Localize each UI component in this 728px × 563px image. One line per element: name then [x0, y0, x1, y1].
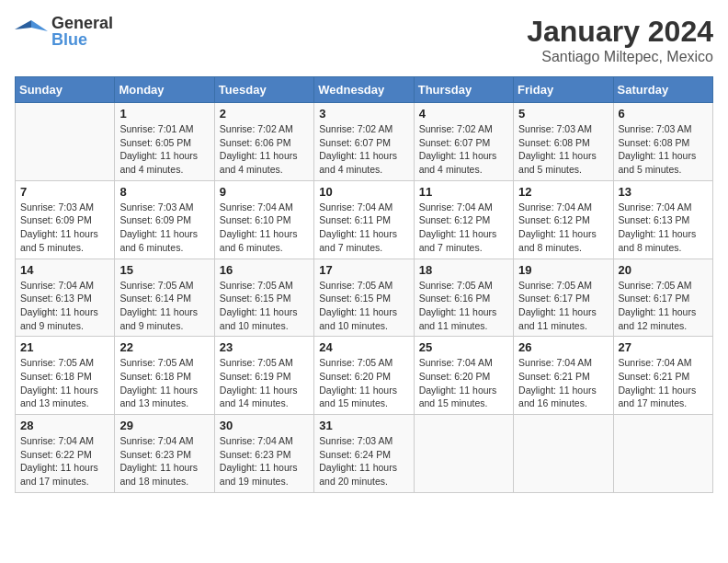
day-number: 5 — [518, 107, 608, 121]
day-number: 9 — [220, 185, 309, 199]
day-info: Sunrise: 7:05 AMSunset: 6:16 PMDaylight:… — [419, 280, 497, 331]
day-info: Sunrise: 7:05 AMSunset: 6:18 PMDaylight:… — [20, 357, 98, 408]
calendar-cell: 9 Sunrise: 7:04 AMSunset: 6:10 PMDayligh… — [214, 180, 313, 259]
calendar-cell: 21 Sunrise: 7:05 AMSunset: 6:18 PMDaylig… — [16, 337, 115, 415]
day-info: Sunrise: 7:05 AMSunset: 6:14 PMDaylight:… — [119, 280, 198, 331]
day-info: Sunrise: 7:05 AMSunset: 6:15 PMDaylight:… — [319, 280, 397, 331]
calendar-cell: 28 Sunrise: 7:04 AMSunset: 6:22 PMDaylig… — [16, 415, 115, 493]
calendar-cell: 14 Sunrise: 7:04 AMSunset: 6:13 PMDaylig… — [16, 259, 115, 337]
day-number: 23 — [220, 340, 309, 354]
day-number: 21 — [20, 340, 109, 354]
calendar-cell: 22 Sunrise: 7:05 AMSunset: 6:18 PMDaylig… — [115, 337, 214, 415]
day-info: Sunrise: 7:05 AMSunset: 6:15 PMDaylight:… — [220, 280, 298, 331]
day-info: Sunrise: 7:04 AMSunset: 6:10 PMDaylight:… — [220, 201, 298, 253]
day-info: Sunrise: 7:02 AMSunset: 6:07 PMDaylight:… — [319, 123, 397, 175]
day-info: Sunrise: 7:04 AMSunset: 6:11 PMDaylight:… — [319, 201, 397, 253]
day-number: 10 — [319, 185, 408, 199]
day-info: Sunrise: 7:03 AMSunset: 6:24 PMDaylight:… — [319, 435, 397, 487]
day-of-week-header: Saturday — [613, 77, 712, 103]
day-info: Sunrise: 7:04 AMSunset: 6:12 PMDaylight:… — [419, 201, 497, 253]
day-of-week-header: Wednesday — [314, 77, 414, 103]
day-info: Sunrise: 7:02 AMSunset: 6:06 PMDaylight:… — [220, 123, 298, 175]
calendar-subtitle: Santiago Miltepec, Mexico — [527, 49, 713, 65]
calendar-cell: 10 Sunrise: 7:04 AMSunset: 6:11 PMDaylig… — [314, 180, 414, 259]
calendar-cell: 3 Sunrise: 7:02 AMSunset: 6:07 PMDayligh… — [314, 103, 414, 181]
title-block: January 2024 Santiago Miltepec, Mexico — [527, 15, 713, 65]
day-number: 1 — [119, 107, 209, 121]
calendar-cell — [414, 415, 513, 493]
calendar-cell — [613, 415, 712, 493]
day-info: Sunrise: 7:04 AMSunset: 6:20 PMDaylight:… — [419, 357, 497, 408]
day-number: 27 — [619, 340, 708, 354]
day-number: 22 — [119, 340, 209, 354]
logo-name: General Blue — [51, 15, 113, 48]
day-info: Sunrise: 7:03 AMSunset: 6:08 PMDaylight:… — [619, 123, 697, 175]
day-info: Sunrise: 7:04 AMSunset: 6:13 PMDaylight:… — [20, 280, 98, 331]
day-of-week-header: Sunday — [16, 77, 115, 103]
day-number: 31 — [319, 419, 408, 432]
calendar-cell: 4 Sunrise: 7:02 AMSunset: 6:07 PMDayligh… — [414, 103, 513, 181]
day-number: 29 — [119, 419, 209, 432]
day-number: 3 — [319, 107, 408, 121]
day-info: Sunrise: 7:05 AMSunset: 6:19 PMDaylight:… — [220, 357, 298, 408]
calendar-cell: 20 Sunrise: 7:05 AMSunset: 6:17 PMDaylig… — [613, 259, 712, 337]
day-number: 16 — [220, 263, 309, 277]
day-info: Sunrise: 7:04 AMSunset: 6:23 PMDaylight:… — [119, 435, 198, 487]
calendar-cell — [514, 415, 613, 493]
day-info: Sunrise: 7:05 AMSunset: 6:17 PMDaylight:… — [518, 280, 597, 331]
calendar-cell: 24 Sunrise: 7:05 AMSunset: 6:20 PMDaylig… — [314, 337, 414, 415]
calendar-cell: 8 Sunrise: 7:03 AMSunset: 6:09 PMDayligh… — [115, 180, 214, 259]
logo: General Blue — [15, 15, 113, 48]
day-info: Sunrise: 7:04 AMSunset: 6:23 PMDaylight:… — [220, 435, 298, 487]
calendar-cell: 26 Sunrise: 7:04 AMSunset: 6:21 PMDaylig… — [514, 337, 613, 415]
calendar-cell — [16, 103, 115, 181]
calendar-cell: 7 Sunrise: 7:03 AMSunset: 6:09 PMDayligh… — [16, 180, 115, 259]
day-number: 12 — [518, 185, 608, 199]
day-info: Sunrise: 7:05 AMSunset: 6:17 PMDaylight:… — [619, 280, 697, 331]
day-number: 20 — [619, 263, 708, 277]
calendar-cell: 6 Sunrise: 7:03 AMSunset: 6:08 PMDayligh… — [613, 103, 712, 181]
day-info: Sunrise: 7:04 AMSunset: 6:21 PMDaylight:… — [619, 357, 697, 408]
calendar-cell: 2 Sunrise: 7:02 AMSunset: 6:06 PMDayligh… — [214, 103, 313, 181]
calendar-cell: 12 Sunrise: 7:04 AMSunset: 6:12 PMDaylig… — [514, 180, 613, 259]
day-number: 6 — [619, 107, 708, 121]
calendar-cell: 13 Sunrise: 7:04 AMSunset: 6:13 PMDaylig… — [613, 180, 712, 259]
day-number: 8 — [119, 185, 209, 199]
day-info: Sunrise: 7:03 AMSunset: 6:09 PMDaylight:… — [119, 201, 198, 253]
day-number: 7 — [20, 185, 109, 199]
day-of-week-header: Tuesday — [214, 77, 313, 103]
page-header: General Blue January 2024 Santiago Milte… — [15, 15, 713, 65]
calendar-cell: 29 Sunrise: 7:04 AMSunset: 6:23 PMDaylig… — [115, 415, 214, 493]
calendar-table: SundayMondayTuesdayWednesdayThursdayFrid… — [15, 76, 713, 493]
day-info: Sunrise: 7:04 AMSunset: 6:21 PMDaylight:… — [518, 357, 597, 408]
day-info: Sunrise: 7:04 AMSunset: 6:13 PMDaylight:… — [619, 201, 697, 253]
day-of-week-header: Monday — [115, 77, 214, 103]
calendar-cell: 11 Sunrise: 7:04 AMSunset: 6:12 PMDaylig… — [414, 180, 513, 259]
day-of-week-header: Thursday — [414, 77, 513, 103]
day-info: Sunrise: 7:03 AMSunset: 6:09 PMDaylight:… — [20, 201, 98, 253]
day-number: 19 — [518, 263, 608, 277]
day-number: 18 — [419, 263, 508, 277]
logo-bird-icon — [15, 15, 48, 48]
calendar-cell: 19 Sunrise: 7:05 AMSunset: 6:17 PMDaylig… — [514, 259, 613, 337]
day-of-week-header: Friday — [514, 77, 613, 103]
day-info: Sunrise: 7:01 AMSunset: 6:05 PMDaylight:… — [119, 123, 198, 175]
calendar-cell: 17 Sunrise: 7:05 AMSunset: 6:15 PMDaylig… — [314, 259, 414, 337]
day-number: 4 — [419, 107, 508, 121]
logo-blue-text: Blue — [51, 31, 113, 48]
day-info: Sunrise: 7:04 AMSunset: 6:22 PMDaylight:… — [20, 435, 98, 487]
calendar-cell: 27 Sunrise: 7:04 AMSunset: 6:21 PMDaylig… — [613, 337, 712, 415]
day-number: 15 — [119, 263, 209, 277]
calendar-cell: 31 Sunrise: 7:03 AMSunset: 6:24 PMDaylig… — [314, 415, 414, 493]
svg-marker-1 — [15, 20, 31, 29]
day-info: Sunrise: 7:05 AMSunset: 6:20 PMDaylight:… — [319, 357, 397, 408]
day-number: 28 — [20, 419, 109, 432]
day-number: 2 — [220, 107, 309, 121]
logo-general-text: General — [51, 15, 113, 31]
day-number: 26 — [518, 340, 608, 354]
day-number: 25 — [419, 340, 508, 354]
calendar-cell: 25 Sunrise: 7:04 AMSunset: 6:20 PMDaylig… — [414, 337, 513, 415]
calendar-cell: 5 Sunrise: 7:03 AMSunset: 6:08 PMDayligh… — [514, 103, 613, 181]
calendar-cell: 23 Sunrise: 7:05 AMSunset: 6:19 PMDaylig… — [214, 337, 313, 415]
day-info: Sunrise: 7:02 AMSunset: 6:07 PMDaylight:… — [419, 123, 497, 175]
